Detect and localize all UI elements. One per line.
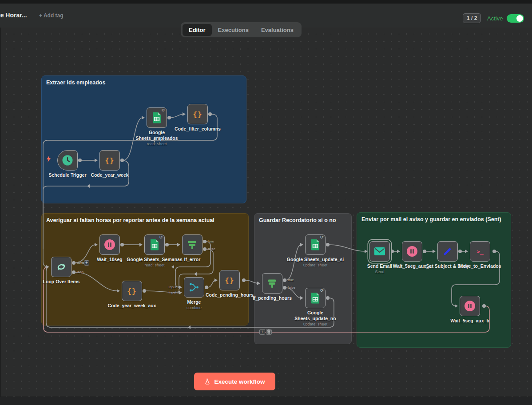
- node-box: ⟳: [305, 234, 326, 255]
- input-ports: [46, 112, 468, 308]
- port-label-true: true: [288, 278, 294, 282]
- node-wait-10seg[interactable]: Wait_10seg: [99, 234, 120, 255]
- node-subtitle: Send: [344, 270, 415, 274]
- node-subtitle: update: sheet: [280, 263, 351, 267]
- execute-workflow-button[interactable]: Execute workflow: [194, 373, 275, 390]
- trash-icon: [267, 330, 271, 334]
- node-code-filter-columns[interactable]: {} Code_filter_columns: [187, 104, 208, 124]
- node-google-sheets-update-no[interactable]: ⟳ Google Sheets_update_no update: sheet: [305, 288, 326, 308]
- node-subtitle: read: sheet: [119, 263, 190, 267]
- google-sheets-icon: [152, 112, 162, 123]
- node-box: [182, 234, 202, 255]
- node-label: Loop Over Items: [26, 279, 97, 285]
- node-label: Google Sheets_update_si: [280, 257, 351, 262]
- code-icon: {}: [127, 287, 136, 295]
- node-box: ⟳: [305, 288, 326, 308]
- node-box: {}: [219, 270, 240, 290]
- node-set-subject-body[interactable]: Set Subject & Body: [437, 241, 458, 262]
- node-label: If_error: [157, 257, 228, 262]
- port-label-input2: Input 2: [161, 290, 179, 294]
- if-icon: [266, 278, 278, 289]
- node-box: {}: [99, 150, 120, 171]
- google-sheets-icon: [150, 239, 159, 250]
- node-send-email[interactable]: Send Email Send: [369, 241, 390, 262]
- code-icon: {}: [105, 156, 114, 165]
- node-box: [262, 273, 282, 294]
- terminal-icon: >_: [476, 248, 484, 255]
- node-box: [99, 234, 120, 255]
- node-box: ⟳: [147, 107, 167, 128]
- node-google-sheets-semanas[interactable]: ⟳ Google Sheets_Semanas read: sheet: [144, 234, 165, 255]
- node-code-pending-hours[interactable]: {} Code_pending_hours: [219, 270, 240, 290]
- email-icon: [374, 247, 385, 256]
- node-label: Move_to_Enviados: [445, 263, 516, 269]
- flask-icon: [204, 378, 210, 385]
- node-label: Code_year_week: [74, 172, 145, 178]
- pause-icon: [406, 245, 418, 258]
- google-sheets-icon: [310, 239, 320, 250]
- wire-merge-pending: [208, 280, 215, 287]
- connections-layer: [0, 0, 532, 405]
- node-code-year-week[interactable]: {} Code_year_week: [99, 150, 120, 171]
- retry-icon: ⟳: [159, 235, 163, 239]
- pause-icon: [103, 238, 116, 251]
- if-icon: [187, 239, 198, 250]
- node-loop-over-items[interactable]: Loop Over Items: [51, 257, 71, 277]
- node-google-sheets-empleados[interactable]: ⟳ Google Sheets_empleados read: sheet: [147, 107, 167, 128]
- retry-icon: ⟳: [320, 288, 324, 293]
- view-tabbar: Editor Executions Evaluations: [181, 22, 302, 37]
- node-box: [57, 150, 78, 171]
- retry-icon: ⟳: [162, 108, 165, 112]
- clock-icon: [61, 154, 74, 167]
- node-google-sheets-update-si[interactable]: ⟳ Google Sheets_update_si update: sheet: [305, 234, 326, 255]
- node-label: If_pending_hours: [237, 295, 308, 301]
- node-schedule-trigger[interactable]: Schedule Trigger: [57, 150, 78, 171]
- code-icon: {}: [225, 276, 234, 285]
- node-wait-5seg-aux-a[interactable]: Wait_5seg_aux_a: [402, 241, 422, 262]
- node-box: [369, 241, 390, 262]
- node-box: [51, 257, 71, 277]
- node-if-pending-hours[interactable]: If_pending_hours: [262, 273, 282, 294]
- wire-arrow: [188, 326, 191, 329]
- node-label: Merge: [159, 299, 230, 305]
- node-subtitle: read: sheet: [135, 142, 179, 146]
- port-label-loop: loop: [77, 270, 83, 274]
- node-move-to-enviados[interactable]: >_ Move_to_Enviados: [470, 241, 490, 262]
- wire-empleados-filtercolumns: [171, 114, 183, 118]
- node-if-error[interactable]: If_error: [182, 234, 202, 255]
- node-code-year-week-aux[interactable]: {} Code_year_week_aux: [122, 281, 142, 301]
- port-label-false: false: [208, 247, 215, 251]
- pause-icon: [464, 300, 476, 312]
- node-wait-5seg-aux-b[interactable]: Wait_5seg_aux_b: [460, 296, 480, 316]
- loop-icon: [56, 262, 67, 272]
- add-node-plus-button[interactable]: +: [84, 260, 89, 266]
- connection-delete-button[interactable]: [266, 329, 272, 335]
- wire-pending-ifpending: [245, 280, 258, 283]
- node-box: [437, 241, 458, 262]
- node-subtitle: update: sheet: [293, 322, 337, 326]
- port-label-input1: Input 1: [161, 285, 179, 289]
- tab-editor[interactable]: Editor: [183, 24, 212, 36]
- wire-arrow: [87, 184, 90, 188]
- port-label-true: true: [208, 239, 214, 243]
- node-box: [402, 241, 422, 262]
- node-label: Google Sheets_update_no: [293, 310, 337, 322]
- node-label: Code_year_week_aux: [96, 303, 167, 309]
- google-sheets-icon: [310, 292, 320, 304]
- code-icon: {}: [193, 110, 202, 119]
- port-label-false: false: [288, 286, 295, 290]
- node-box: [460, 296, 480, 316]
- node-box: >_: [470, 241, 490, 262]
- node-box: ⟳: [144, 234, 165, 255]
- execute-workflow-label: Execute workflow: [214, 378, 265, 385]
- node-label: Wait_5seg_aux_b: [434, 318, 505, 324]
- wire-updatesi-sendemail: [329, 245, 365, 251]
- tab-executions[interactable]: Executions: [212, 24, 255, 36]
- node-label: Code_filter_columns: [162, 126, 233, 132]
- tab-evaluations[interactable]: Evaluations: [255, 24, 300, 36]
- node-subtitle: combine: [159, 306, 230, 310]
- connection-add-button[interactable]: +: [259, 329, 265, 335]
- merge-icon: [189, 282, 199, 293]
- node-box: {}: [122, 281, 142, 301]
- wire-arrow: [194, 272, 197, 276]
